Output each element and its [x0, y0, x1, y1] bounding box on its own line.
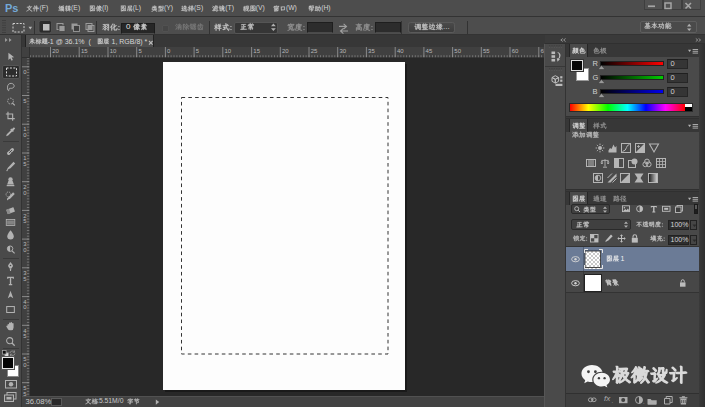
svg-text:5: 5 — [196, 49, 200, 55]
svg-text:60: 60 — [512, 49, 519, 55]
svg-text:45: 45 — [426, 49, 433, 55]
svg-text:50: 50 — [454, 49, 461, 55]
svg-text:5: 5 — [138, 49, 142, 55]
svg-text:0: 0 — [167, 49, 171, 55]
svg-text:55: 55 — [483, 49, 490, 55]
svg-text:10: 10 — [225, 49, 232, 55]
svg-text:20: 20 — [52, 49, 59, 55]
svg-text:40: 40 — [397, 49, 404, 55]
svg-text:10: 10 — [110, 49, 117, 55]
svg-text:15: 15 — [253, 49, 260, 55]
svg-text:20: 20 — [282, 49, 289, 55]
svg-text:15: 15 — [81, 49, 88, 55]
svg-text:25: 25 — [311, 49, 318, 55]
svg-text:35: 35 — [368, 49, 375, 55]
svg-text:30: 30 — [339, 49, 346, 55]
